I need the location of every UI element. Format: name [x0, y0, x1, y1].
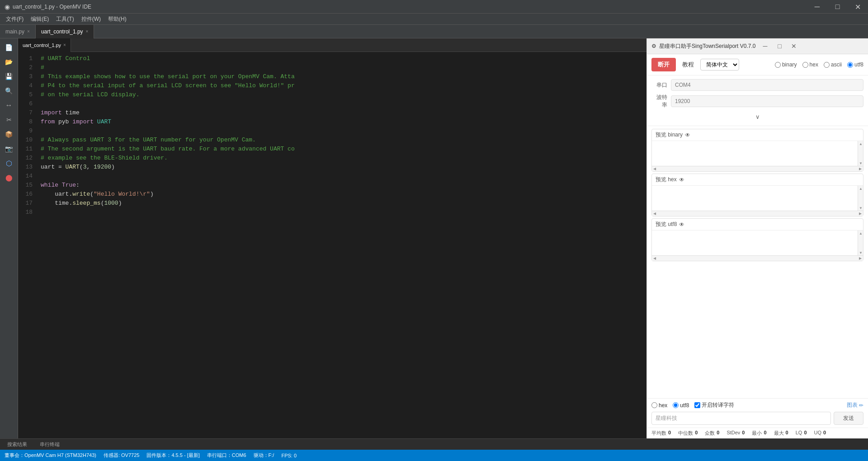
hex-scroll-left[interactable]: ◀ — [652, 211, 657, 216]
preview-binary-box: 预览 binary 👁 ▲ ▼ ◀ ▶ — [651, 129, 863, 172]
scissors-icon[interactable]: ✂ — [2, 113, 16, 127]
baud-row: 波特率 — [651, 94, 863, 109]
file-tab-label: uart_control_1.py — [23, 42, 61, 48]
preview-utf8-scrollbar-v[interactable]: ▲ ▼ — [858, 230, 863, 255]
radio-utf8[interactable]: utf8 — [847, 61, 863, 68]
preview-binary-scrollbar-h[interactable]: ◀ ▶ — [652, 166, 863, 171]
tab-main-label: main.py — [5, 28, 24, 35]
utf8-scroll-track[interactable] — [657, 256, 858, 261]
minimize-btn[interactable]: ─ — [807, 0, 827, 14]
preview-utf8-eye-icon[interactable]: 👁 — [679, 221, 684, 228]
scroll-track[interactable] — [657, 166, 858, 171]
tab-search-results[interactable]: 搜索结果 — [5, 440, 30, 449]
preview-utf8-box: 预览 utf8 👁 ▲ ▼ ◀ ▶ — [651, 218, 863, 261]
language-select[interactable]: 简体中文 English — [700, 59, 739, 71]
stat-mode: 众数 0 — [705, 430, 719, 437]
sidebar: 📄 📂 💾 🔍 ↔ ✂ 📦 📷 ⬡ ⬤ — [0, 38, 18, 438]
stat-mode-value: 0 — [717, 430, 719, 437]
tab-main[interactable]: main.py × — [0, 25, 36, 38]
tutorial-button[interactable]: 教程 — [679, 59, 697, 71]
send-button[interactable]: 发送 — [834, 412, 863, 425]
menu-edit[interactable]: 编辑(E) — [27, 14, 52, 24]
port-input[interactable] — [671, 79, 863, 91]
preview-hex-scrollbar-v[interactable]: ▲ ▼ — [858, 186, 863, 211]
tab-uart-close[interactable]: × — [86, 29, 89, 34]
code-editor[interactable]: 12345 678910 1112131415 161718 # UART Co… — [18, 52, 646, 438]
serial-minimize-btn[interactable]: ─ — [758, 42, 772, 51]
new-file-icon[interactable]: 📄 — [2, 41, 16, 54]
modules-icon[interactable]: 📦 — [2, 127, 16, 141]
chart-button[interactable]: 图表 ✏ — [847, 401, 863, 409]
utf8-scroll-up[interactable]: ▲ — [858, 230, 863, 236]
expand-button[interactable]: ∨ — [651, 112, 863, 122]
replace-icon[interactable]: ↔ — [2, 99, 16, 112]
file-tab-uart[interactable]: uart_control_1.py × — [18, 38, 71, 52]
stat-min-value: 0 — [764, 430, 766, 437]
tab-main-close[interactable]: × — [27, 29, 30, 34]
stop-icon[interactable]: ⬤ — [2, 171, 16, 184]
save-icon[interactable]: 💾 — [2, 70, 16, 83]
serial-title-text: 星瞳串口助手SingTownSerialport V0.7.0 — [659, 42, 755, 50]
preview-binary-eye-icon[interactable]: 👁 — [685, 132, 690, 138]
main-layout: 📄 📂 💾 🔍 ↔ ✂ 📦 📷 ⬡ ⬤ uart_control_1.py × … — [0, 38, 868, 438]
menu-controls[interactable]: 控件(W) — [78, 14, 104, 24]
hex-scroll-up[interactable]: ▲ — [858, 186, 863, 191]
stat-mode-label: 众数 — [705, 430, 715, 437]
main-tab-bar: main.py × uart_control_1.py × — [0, 25, 868, 38]
scroll-right-arrow[interactable]: ▶ — [858, 166, 863, 172]
send-input[interactable] — [651, 412, 831, 425]
preview-utf8-body[interactable]: ▲ ▼ — [652, 230, 863, 255]
radio-ascii[interactable]: ascii — [824, 61, 842, 68]
tab-uart[interactable]: uart_control_1.py × — [36, 25, 94, 38]
disconnect-button[interactable]: 断开 — [651, 58, 676, 71]
search-icon[interactable]: 🔍 — [2, 84, 16, 98]
preview-hex-box: 预览 hex 👁 ▲ ▼ ◀ ▶ — [651, 174, 863, 216]
stat-median-label: 中位数 — [678, 430, 693, 437]
preview-utf8-scrollbar-h[interactable]: ◀ ▶ — [652, 255, 863, 261]
serial-title-icon: ⚙ — [651, 43, 656, 49]
stat-min-label: 最小 — [752, 430, 762, 437]
serial-restore-btn[interactable]: □ — [773, 42, 786, 51]
scroll-up-arrow[interactable]: ▲ — [858, 141, 863, 146]
menu-help[interactable]: 帮助(H) — [104, 14, 130, 24]
hex-scroll-right[interactable]: ▶ — [858, 211, 863, 216]
preview-binary-scrollbar-v[interactable]: ▲ ▼ — [858, 141, 863, 166]
hex-scroll-down[interactable]: ▼ — [858, 205, 863, 211]
baud-input[interactable] — [671, 95, 863, 107]
stat-mean-label: 平均数 — [651, 430, 666, 437]
port-label: 串口 — [651, 81, 667, 89]
radio-hex[interactable]: hex — [802, 61, 818, 68]
stat-max-value: 0 — [786, 430, 788, 437]
send-utf8-radio[interactable]: utf8 — [673, 402, 689, 409]
stat-lq: LQ 0 — [796, 430, 807, 437]
serial-close-btn[interactable]: ✕ — [787, 42, 801, 51]
camera-icon[interactable]: 📷 — [2, 142, 16, 155]
preview-hex-body[interactable]: ▲ ▼ — [652, 186, 863, 211]
utf8-scroll-right[interactable]: ▶ — [858, 256, 863, 261]
send-hex-radio[interactable]: hex — [651, 402, 667, 409]
status-port: 串行端口：COM6 — [207, 452, 246, 459]
hex-scroll-track[interactable] — [657, 211, 858, 216]
preview-hex-scrollbar-h[interactable]: ◀ ▶ — [652, 211, 863, 216]
radio-binary[interactable]: binary — [775, 61, 797, 68]
preview-hex-eye-icon[interactable]: 👁 — [679, 177, 684, 183]
serial-window-controls: ─ □ ✕ — [758, 42, 801, 51]
menu-tools[interactable]: 工具(T) — [52, 14, 77, 24]
utf8-scroll-left[interactable]: ◀ — [652, 256, 657, 261]
menu-bar: 文件(F) 编辑(E) 工具(T) 控件(W) 帮助(H) — [0, 14, 868, 25]
maximize-btn[interactable]: □ — [827, 0, 848, 14]
file-tab-bar: uart_control_1.py × — [18, 38, 646, 52]
status-drive: 驱动：F:/ — [254, 452, 274, 459]
convert-checkbox[interactable]: 开启转译字符 — [694, 401, 734, 409]
tab-serial-terminal[interactable]: 串行终端 — [37, 440, 62, 449]
preview-binary-body[interactable]: ▲ ▼ — [652, 141, 863, 166]
open-icon[interactable]: 📂 — [2, 55, 16, 69]
status-sensor: 传感器: OV7725 — [104, 452, 139, 459]
debug-icon[interactable]: ⬡ — [2, 156, 16, 170]
file-tab-close[interactable]: × — [63, 42, 66, 47]
scroll-down-arrow[interactable]: ▼ — [858, 160, 863, 166]
utf8-scroll-down[interactable]: ▼ — [858, 250, 863, 255]
scroll-left-arrow[interactable]: ◀ — [652, 166, 657, 172]
close-btn[interactable]: ✕ — [848, 0, 868, 14]
menu-file[interactable]: 文件(F) — [2, 14, 27, 24]
